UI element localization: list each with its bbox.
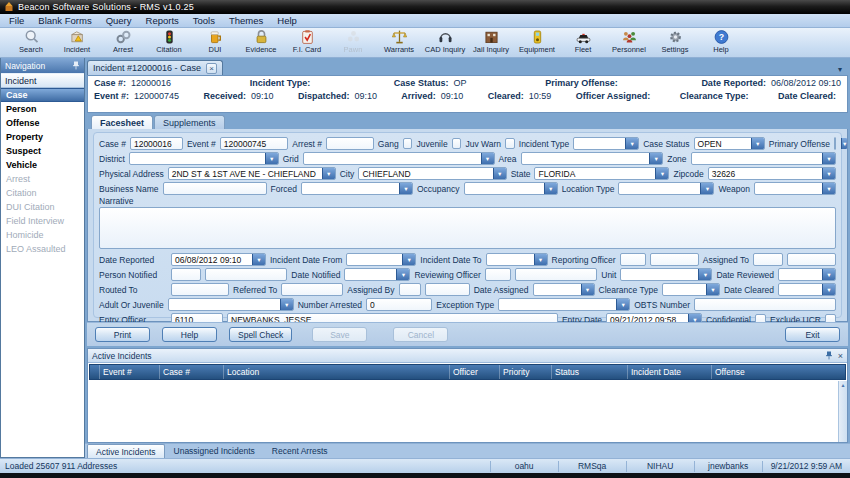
city-combo[interactable]: CHIEFLAND [358, 167, 506, 180]
toolbar-button[interactable]: F.I. Card [284, 29, 330, 54]
dropdown-arrow-icon[interactable] [534, 254, 547, 265]
toolbar-button[interactable]: Incident [54, 29, 100, 54]
menu-item[interactable]: File [2, 15, 31, 26]
dropdown-arrow-icon[interactable] [265, 153, 278, 164]
dropdown-arrow-icon[interactable] [649, 153, 662, 164]
grid-column-header[interactable]: Officer [450, 365, 500, 379]
pin-icon[interactable] [825, 351, 833, 360]
business-name-input[interactable] [163, 182, 267, 195]
district-combo[interactable] [129, 152, 279, 165]
toolbar-button[interactable]: Search [8, 29, 54, 54]
location-type-combo[interactable] [618, 182, 714, 195]
grid-combo[interactable] [303, 152, 495, 165]
assigned-by-name-input[interactable] [425, 283, 470, 296]
dropdown-arrow-icon[interactable] [396, 269, 409, 280]
physical-address-combo[interactable]: 2ND ST & 1ST AVE NE - CHIEFLAND [168, 167, 336, 180]
grid-column-header[interactable]: Location [224, 365, 450, 379]
date-reported-combo[interactable]: 06/08/2012 09:10 [171, 253, 266, 266]
date-cleared-combo[interactable] [778, 283, 836, 296]
assigned-to-id-input[interactable] [753, 253, 783, 266]
person-notified-id-input[interactable] [171, 268, 201, 281]
gang-checkbox[interactable] [403, 138, 413, 149]
exit-button[interactable]: Exit [785, 327, 840, 342]
number-arrested-input[interactable] [366, 298, 432, 311]
grid-column-header[interactable]: Event # [100, 365, 160, 379]
toolbar-button[interactable]: Citation [146, 29, 192, 54]
dropdown-arrow-icon[interactable] [544, 183, 557, 194]
toolbar-button[interactable]: Settings [652, 29, 698, 54]
zipcode-combo[interactable]: 32626 [708, 167, 836, 180]
menu-item[interactable]: Blank Forms [31, 15, 98, 26]
unit-combo[interactable] [620, 268, 712, 281]
dropdown-arrow-icon[interactable] [493, 168, 506, 179]
narrative-textarea[interactable] [99, 207, 836, 249]
dropdown-arrow-icon[interactable] [616, 299, 629, 310]
arrest-number-input[interactable] [326, 137, 374, 150]
clearance-type-combo[interactable] [662, 283, 720, 296]
pin-icon[interactable] [72, 61, 80, 70]
dropdown-arrow-icon[interactable] [252, 254, 265, 265]
grid-column-header[interactable]: Case # [160, 365, 224, 379]
date-notified-combo[interactable] [344, 268, 410, 281]
nav-item[interactable]: Suspect [1, 144, 84, 158]
exception-type-combo[interactable] [498, 298, 630, 311]
toolbar-button[interactable]: CAD Inquiry [422, 29, 468, 54]
dropdown-arrow-icon[interactable] [822, 153, 835, 164]
facesheet-tab[interactable]: Supplements [154, 115, 225, 129]
assigned-to-name-input[interactable] [787, 253, 836, 266]
toolbar-button[interactable]: Personnel [606, 29, 652, 54]
dropdown-arrow-icon[interactable] [706, 284, 719, 295]
dropdown-arrow-icon[interactable] [581, 284, 594, 295]
obts-number-input[interactable] [694, 298, 836, 311]
event-number-input[interactable] [220, 137, 289, 150]
dropdown-arrow-icon[interactable] [322, 168, 335, 179]
dropdown-arrow-icon[interactable] [822, 168, 835, 179]
nav-section-incident[interactable]: Incident [1, 73, 84, 88]
dock-tab[interactable]: Recent Arrests [264, 444, 336, 458]
toolbar-button[interactable]: Equipment [514, 29, 560, 54]
dock-tab[interactable]: Active Incidents [87, 444, 165, 458]
state-combo[interactable]: FLORIDA [534, 167, 669, 180]
dropdown-arrow-icon[interactable] [280, 299, 293, 310]
reporting-officer-id-input[interactable] [620, 253, 646, 266]
grid-column-header[interactable]: Incident Date [628, 365, 712, 379]
help-button[interactable]: Help [162, 327, 217, 342]
weapon-combo[interactable] [754, 182, 836, 195]
date-reviewed-combo[interactable] [778, 268, 836, 281]
reporting-officer-name-input[interactable] [650, 253, 699, 266]
nav-item[interactable]: Property [1, 130, 84, 144]
nav-item[interactable]: LEO Assaulted [1, 242, 84, 256]
menu-item[interactable]: Tools [186, 15, 222, 26]
nav-item[interactable]: Vehicle [1, 158, 84, 172]
tab-close-icon[interactable] [206, 63, 217, 74]
referred-to-input[interactable] [281, 283, 343, 296]
occupancy-combo[interactable] [464, 182, 558, 195]
menu-item[interactable]: Reports [139, 15, 186, 26]
document-tab-incident-case[interactable]: Incident #12000016 - Case [87, 60, 223, 75]
incidents-grid-empty-area[interactable] [88, 381, 838, 442]
menu-item[interactable]: Help [270, 15, 304, 26]
grid-column-header[interactable]: Offense [712, 365, 845, 379]
tab-list-chevron-icon[interactable] [834, 63, 846, 75]
case-number-input[interactable] [130, 137, 183, 150]
dropdown-arrow-icon[interactable] [822, 183, 835, 194]
routed-to-input[interactable] [171, 283, 229, 296]
dropdown-arrow-icon[interactable] [700, 183, 713, 194]
grid-column-header[interactable]: Status [552, 365, 628, 379]
menu-item[interactable]: Query [99, 15, 139, 26]
dropdown-arrow-icon[interactable] [822, 269, 835, 280]
panel-close-icon[interactable] [838, 351, 843, 361]
dropdown-arrow-icon[interactable] [655, 168, 668, 179]
nav-item[interactable]: Field Interview [1, 214, 84, 228]
nav-item[interactable]: DUI Citation [1, 200, 84, 214]
save-button[interactable]: Save [312, 327, 367, 342]
adult-or-juvenile-combo[interactable] [168, 298, 294, 311]
zone-combo[interactable] [691, 152, 836, 165]
toolbar-button[interactable]: DUI [192, 29, 238, 54]
forced-combo[interactable] [301, 182, 413, 195]
juvenile-checkbox[interactable] [452, 138, 462, 149]
reviewing-officer-name-input[interactable] [515, 268, 597, 281]
toolbar-button[interactable]: Jail Inquiry [468, 29, 514, 54]
nav-item[interactable]: Citation [1, 186, 84, 200]
area-combo[interactable] [521, 152, 664, 165]
